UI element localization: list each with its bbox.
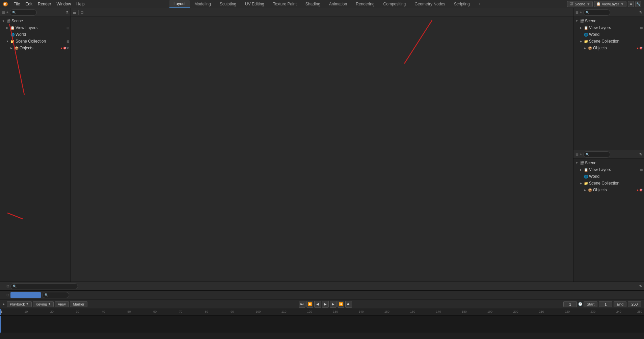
tab-geometry-nodes[interactable]: Geometry Nodes <box>410 0 449 8</box>
left-outliner-add-icon[interactable]: + <box>6 10 8 14</box>
play-btn[interactable]: ▶ <box>322 301 329 308</box>
timeline-second-header: ☰ ⊡ 🔍 <box>0 291 644 299</box>
view-layers-badge: ⊞ <box>66 26 69 30</box>
timeline-menu-icon[interactable]: ☰ <box>2 284 5 288</box>
tab-rendering[interactable]: Rendering <box>352 0 378 8</box>
tab-add[interactable]: + <box>475 0 485 8</box>
end-frame-input[interactable]: 250 <box>628 301 641 307</box>
timeline-mode-icon2[interactable]: ⊡ <box>6 293 9 297</box>
timeline-mode-icon[interactable]: ⊡ <box>6 284 9 288</box>
tab-sculpting[interactable]: Sculpting <box>216 0 240 8</box>
ruler-mark-160: 160 <box>410 310 415 313</box>
tab-shading[interactable]: Shading <box>301 0 324 8</box>
scene-selector[interactable]: 🎬 Scene ▼ <box>567 1 593 7</box>
skip-to-start-btn[interactable]: ⏮ <box>299 301 305 308</box>
view-layer-selector[interactable]: 📋 ViewLayer ▼ <box>594 1 626 7</box>
playback-arrow: ▼ <box>26 302 29 306</box>
tab-animation[interactable]: Animation <box>325 0 351 8</box>
edit-menu[interactable]: Edit <box>23 0 35 8</box>
right-bottom-add-icon[interactable]: + <box>580 152 582 156</box>
keying-menu[interactable]: Keying ▼ <box>33 301 54 307</box>
keying-label: Keying <box>36 302 47 306</box>
right-top-objects[interactable]: ▶ 📦 Objects 🔺🎯 <box>573 45 644 51</box>
next-keyframe-btn[interactable]: ▶ <box>330 301 337 308</box>
top-menubar: B File Edit Render Window Help Layout Mo… <box>0 0 644 8</box>
right-top-world[interactable]: 🌐 World <box>573 31 644 38</box>
help-menu[interactable]: Help <box>74 0 87 8</box>
viewport-menu-icon[interactable]: ☰ <box>73 10 76 15</box>
svg-text:B: B <box>4 3 6 6</box>
tab-layout[interactable]: Layout <box>169 0 190 8</box>
file-menu[interactable]: File <box>11 0 23 8</box>
right-top-search[interactable]: 🔍 <box>583 9 610 16</box>
rb-world-label: World <box>589 174 643 179</box>
view-menu[interactable]: View <box>55 301 69 307</box>
right-top-scene-collection[interactable]: ▶ 📁 Scene Collection <box>573 38 644 45</box>
main-viewport[interactable]: ☰ ⊡ <box>71 8 573 282</box>
skip-to-end-btn[interactable]: ⏭ <box>345 301 352 308</box>
right-top-add-icon[interactable]: + <box>580 10 582 14</box>
next-frame-btn[interactable]: ⏩ <box>338 301 344 308</box>
objects-icon: 📦 <box>14 46 19 50</box>
right-bottom-view-layers[interactable]: ▶ 📋 View Layers ⊞ <box>573 166 644 173</box>
timeline-range-bar[interactable] <box>10 292 41 298</box>
right-bottom-filter-icon[interactable]: ⚗ <box>639 152 642 156</box>
rt-view-layers-label: View Layers <box>589 25 639 30</box>
settings-button[interactable]: 🔧 <box>635 1 641 7</box>
right-top-view-layers[interactable]: ▶ 📋 View Layers ⊞ <box>573 24 644 31</box>
prev-keyframe-btn[interactable]: ◀ <box>314 301 321 308</box>
ruler-mark-200: 200 <box>513 310 518 313</box>
rb-objects-badges: 🔺🎯 <box>636 189 643 192</box>
rb-objects-icon: 📦 <box>588 188 592 192</box>
left-outliner-search[interactable]: 🔍 <box>10 9 37 16</box>
rb-view-layers-arrow: ▶ <box>579 168 583 172</box>
viewport-mode-icon[interactable]: ⊡ <box>81 10 83 14</box>
timeline-search-bottom[interactable]: 🔍 <box>42 292 69 298</box>
left-outliner-menu-icon[interactable]: ☰ <box>2 10 5 14</box>
left-tree-view-layers[interactable]: ▶ 📋 View Layers ⊞ <box>0 24 71 31</box>
ruler-mark-80: 80 <box>205 310 208 313</box>
ruler-mark-10: 10 <box>24 310 28 313</box>
timeline-filter-top[interactable]: ⚗ <box>639 284 642 288</box>
right-outliner-bottom-header: ☰ + 🔍 ⚗ <box>573 150 644 159</box>
tab-uv-editing[interactable]: UV Editing <box>241 0 268 8</box>
left-tree-world[interactable]: 🌐 World <box>0 31 71 38</box>
timeline-menu-icon2[interactable]: ☰ <box>2 293 5 297</box>
right-top-filter-icon[interactable]: ⚗ <box>639 10 642 14</box>
right-bottom-objects[interactable]: ▶ 📦 Objects 🔺🎯 <box>573 187 644 193</box>
tab-compositing[interactable]: Compositing <box>379 0 410 8</box>
ruler-mark-210: 210 <box>539 310 544 313</box>
right-bottom-menu-icon[interactable]: ☰ <box>575 152 579 156</box>
render-menu[interactable]: Render <box>35 0 54 8</box>
rt-world-arrow <box>579 32 583 37</box>
objects-arrow: ▶ <box>9 46 14 50</box>
rb-scene-icon: 🎬 <box>580 161 584 165</box>
left-outliner-filter-icon[interactable]: ⚗ <box>65 10 69 14</box>
left-tree-scene-collection[interactable]: ▼ 📁 Scene Collection ⊞ <box>0 38 71 45</box>
marker-menu[interactable]: Marker <box>70 301 87 307</box>
right-top-scene[interactable]: ▼ 🎬 Scene <box>573 18 644 24</box>
start-frame-input[interactable]: 1 <box>599 301 612 307</box>
right-bottom-scene[interactable]: ▼ 🎬 Scene <box>573 160 644 166</box>
render-button[interactable]: ⚙ <box>628 1 634 7</box>
world-arrow <box>5 32 9 37</box>
right-top-menu-icon[interactable]: ☰ <box>575 10 579 14</box>
left-tree-scene[interactable]: ▼ 🎬 Scene <box>0 18 71 24</box>
left-tree-objects[interactable]: ▶ 📦 Objects 🔺🎯👁 <box>0 45 71 51</box>
right-bottom-scene-collection[interactable]: ▶ 📁 Scene Collection <box>573 180 644 187</box>
tab-modeling[interactable]: Modeling <box>190 0 215 8</box>
tab-scripting[interactable]: Scripting <box>450 0 474 8</box>
right-bottom-search[interactable]: 🔍 <box>583 151 610 158</box>
right-bottom-world[interactable]: 🌐 World <box>573 173 644 180</box>
window-menu[interactable]: Window <box>54 0 74 8</box>
timeline-dot[interactable]: ● <box>3 302 5 306</box>
prev-frame-btn[interactable]: ⏪ <box>306 301 313 308</box>
rt-collection-icon: 📁 <box>584 39 588 44</box>
objects-label: Objects <box>20 46 59 50</box>
rb-scene-coll-arrow: ▶ <box>579 181 583 185</box>
playback-menu[interactable]: Playback ▼ <box>7 301 32 307</box>
ruler-mark-180: 180 <box>462 310 467 313</box>
current-frame-input[interactable]: 1 <box>563 301 577 307</box>
timeline-search-top[interactable]: 🔍 <box>10 283 78 289</box>
tab-texture-paint[interactable]: Texture Paint <box>269 0 301 8</box>
